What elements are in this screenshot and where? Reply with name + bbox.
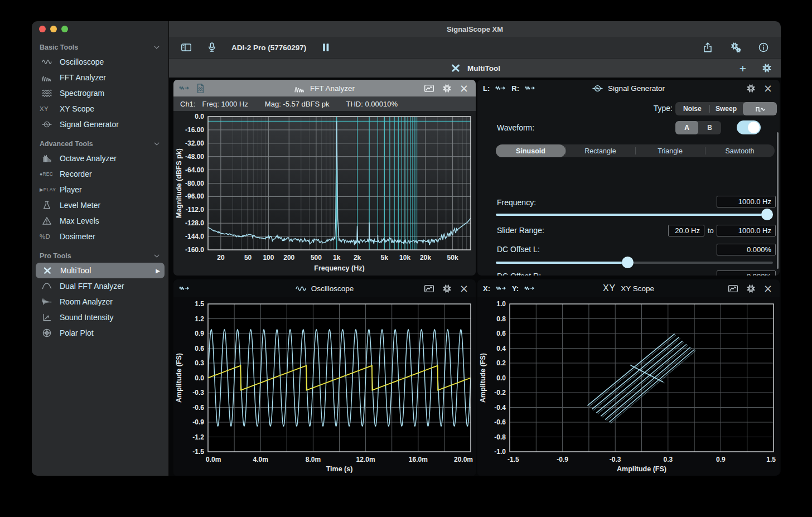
range-max-field[interactable]: 1000.0 Hz bbox=[717, 225, 776, 236]
sidebar-item-label: Polar Plot bbox=[60, 328, 94, 337]
tool-list: Basic ToolsOscilloscopeFFT AnalyzerSpect… bbox=[32, 37, 168, 345]
sidebar-item-dual-fft-analyzer[interactable]: Dual FFT Analyzer bbox=[32, 278, 168, 294]
xy-settings-icon[interactable] bbox=[746, 283, 756, 294]
frequency-label: Frequency: bbox=[497, 198, 536, 207]
fft-chart[interactable]: 0.0-16.00-32.00-48.00-64.00-80.00-96.00-… bbox=[173, 111, 476, 276]
mic-icon[interactable] bbox=[206, 42, 218, 53]
sidebar-item-room-analyzer[interactable]: Room Analyzer bbox=[32, 294, 168, 310]
wave-shape-option-rectangle[interactable]: Rectangle bbox=[566, 144, 635, 157]
oscilloscope-close-icon[interactable]: × bbox=[460, 283, 470, 294]
run-tool-arrow-icon[interactable]: ▶ bbox=[156, 268, 160, 274]
left-channel-label: L: bbox=[483, 84, 490, 93]
type-option-sweep[interactable]: Sweep bbox=[709, 102, 743, 115]
waveform-toggle[interactable] bbox=[737, 120, 761, 134]
svg-text:12.0m: 12.0m bbox=[356, 456, 375, 463]
waveform-shape-control: SinusoidRectangleTriangleSawtooth bbox=[496, 144, 775, 157]
sidebar-item-xy-scope[interactable]: XYXY Scope bbox=[32, 101, 168, 117]
sidebar-item-multitool[interactable]: MultiTool▶ bbox=[36, 263, 165, 278]
dc-offset-l-field[interactable]: 0.000% bbox=[717, 244, 776, 255]
sidebar-toggle-icon[interactable] bbox=[180, 42, 192, 53]
sound-intensity-icon bbox=[40, 312, 54, 322]
svg-text:20k: 20k bbox=[420, 254, 431, 262]
section-header-pro-tools[interactable]: Pro Tools bbox=[32, 249, 168, 263]
fft-settings-icon[interactable] bbox=[442, 83, 452, 94]
display-options-icon[interactable] bbox=[424, 83, 434, 94]
pause-button[interactable] bbox=[320, 42, 332, 53]
svg-text:4.0m: 4.0m bbox=[253, 456, 268, 463]
svg-text:0.0m: 0.0m bbox=[206, 456, 221, 463]
oscilloscope-routing-icon[interactable] bbox=[179, 283, 190, 294]
svg-text:-0.6: -0.6 bbox=[494, 418, 506, 426]
settings-gears-icon[interactable] bbox=[729, 42, 742, 53]
type-option-tone-square-sine-icon[interactable] bbox=[743, 102, 777, 115]
right-channel-routing-icon[interactable] bbox=[525, 83, 535, 94]
sidebar-item-polar-plot[interactable]: Polar Plot bbox=[32, 325, 168, 341]
signal-generator-icon bbox=[40, 119, 54, 129]
info-icon[interactable] bbox=[757, 42, 770, 53]
sidebar-item-max-levels[interactable]: Max Levels bbox=[32, 213, 168, 229]
oscilloscope-chart[interactable]: 1.51.20.90.60.30.0-0.3-0.6-0.9-1.2-1.50.… bbox=[173, 297, 476, 476]
signal-generator-settings-icon[interactable] bbox=[746, 83, 756, 94]
dc-slider-knob[interactable] bbox=[622, 257, 634, 268]
svg-text:20.0m: 20.0m bbox=[454, 456, 473, 463]
waveform-option-b[interactable]: B bbox=[698, 121, 721, 134]
sidebar-item-recorder[interactable]: ●RECRecorder bbox=[32, 166, 168, 182]
sidebar-item-sound-intensity[interactable]: Sound Intensity bbox=[32, 310, 168, 325]
xy-scope-chart[interactable]: 1.00.80.60.40.20.0-0.2-0.4-0.6-0.8-1.0-1… bbox=[477, 297, 780, 476]
oscilloscope-display-icon[interactable] bbox=[424, 283, 434, 294]
sidebar-item-fft-analyzer[interactable]: FFT Analyzer bbox=[32, 70, 168, 85]
scrollbar[interactable] bbox=[777, 132, 779, 269]
signal-generator-close-icon[interactable]: × bbox=[763, 83, 774, 94]
multitool-settings-icon[interactable] bbox=[761, 62, 773, 74]
dc-offset-r-label: DC Offset R: bbox=[497, 272, 541, 276]
dc-offset-l-slider[interactable] bbox=[496, 256, 773, 269]
y-channel-label: Y: bbox=[512, 284, 519, 293]
dc-offset-r-field[interactable]: 0.000% bbox=[717, 270, 776, 276]
oscilloscope-panel: Oscilloscope × 1.51.20.90.60.30.0-0.3-0.… bbox=[173, 279, 476, 476]
y-channel-routing-icon[interactable] bbox=[524, 283, 535, 294]
wave-shape-option-triangle[interactable]: Triangle bbox=[635, 144, 705, 157]
sidebar-item-oscilloscope[interactable]: Oscilloscope bbox=[32, 54, 168, 70]
svg-text:50k: 50k bbox=[447, 254, 458, 262]
device-name[interactable]: ADI-2 Pro (57760297) bbox=[231, 44, 306, 52]
svg-text:-0.9: -0.9 bbox=[192, 418, 204, 426]
section-header-advanced-tools[interactable]: Advanced Tools bbox=[32, 137, 168, 151]
sidebar-item-octave-analyzer[interactable]: Octave Analyzer bbox=[32, 151, 168, 166]
svg-text:5k: 5k bbox=[381, 254, 389, 262]
wave-shape-option-sawtooth[interactable]: Sawtooth bbox=[705, 144, 775, 157]
left-channel-routing-icon[interactable] bbox=[495, 83, 506, 94]
add-tool-button[interactable]: + bbox=[740, 62, 746, 74]
type-option-noise[interactable]: Noise bbox=[675, 102, 709, 115]
x-channel-routing-icon[interactable] bbox=[496, 283, 506, 294]
sidebar-item-signal-generator[interactable]: Signal Generator bbox=[32, 117, 168, 132]
range-min-field[interactable]: 20.0 Hz bbox=[668, 225, 704, 236]
frequency-value-field[interactable]: 1000.0 Hz bbox=[717, 196, 776, 207]
status-thd: THD: 0.00010% bbox=[346, 100, 398, 108]
sidebar-item-dosimeter[interactable]: %DDosimeter bbox=[32, 229, 168, 244]
svg-text:-1.0: -1.0 bbox=[494, 448, 506, 456]
waveform-option-a[interactable]: A bbox=[675, 121, 698, 134]
waveform-label: Waveform: bbox=[497, 123, 534, 132]
sidebar-item-level-meter[interactable]: Level Meter bbox=[32, 197, 168, 213]
fft-panel-header: FFT Analyzer × bbox=[173, 80, 476, 96]
close-window-button[interactable] bbox=[39, 26, 46, 32]
xy-display-icon[interactable] bbox=[728, 283, 738, 294]
sidebar-item-player[interactable]: ▶PLAYPlayer bbox=[32, 182, 168, 197]
sidebar-item-spectrogram[interactable]: Spectrogram bbox=[32, 85, 168, 101]
active-tool-label[interactable]: MultiTool bbox=[467, 64, 500, 73]
wave-shape-option-sinusoid[interactable]: Sinusoid bbox=[496, 144, 566, 157]
xy-close-icon[interactable]: × bbox=[763, 283, 774, 294]
svg-text:-0.6: -0.6 bbox=[192, 404, 204, 412]
oscilloscope-settings-icon[interactable] bbox=[442, 283, 452, 294]
zoom-window-button[interactable] bbox=[61, 26, 68, 32]
svg-text:10k: 10k bbox=[399, 254, 410, 262]
minimize-window-button[interactable] bbox=[50, 26, 57, 32]
fft-close-icon[interactable]: × bbox=[460, 83, 470, 94]
share-icon[interactable] bbox=[702, 42, 714, 53]
snapshot-doc-icon[interactable] bbox=[195, 83, 206, 94]
signal-generator-title-icon bbox=[592, 83, 603, 94]
frequency-slider[interactable] bbox=[496, 208, 773, 221]
frequency-slider-knob[interactable] bbox=[761, 209, 773, 220]
section-header-basic-tools[interactable]: Basic Tools bbox=[32, 40, 168, 54]
input-routing-icon[interactable] bbox=[179, 83, 190, 94]
